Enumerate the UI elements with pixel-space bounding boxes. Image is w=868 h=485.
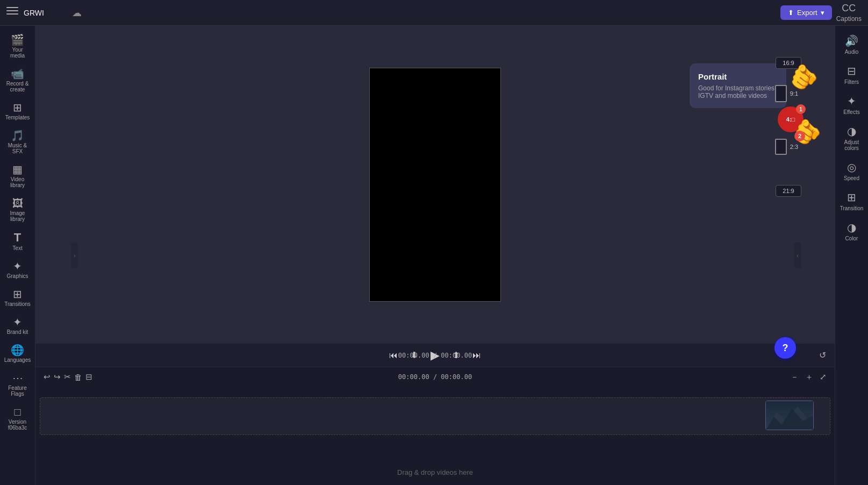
sidebar-item-feature-flags[interactable]: ⋯ Feature Flags [2,368,33,401]
separate-audio-button[interactable]: ⊟ [84,370,94,383]
sidebar-label-templates: Templates [5,115,30,120]
help-button[interactable]: ? [774,337,796,359]
audio-icon: 🔊 [845,34,858,47]
timeline-clip-thumbnail [766,401,813,430]
export-chevron-icon: ▾ [821,9,824,17]
timeline-clip[interactable] [765,401,814,430]
sidebar-label-graphics: Graphics [6,273,28,279]
topbar: ☁ ⬆ Export ▾ CC Captions [0,0,868,26]
sidebar-item-music-sfx[interactable]: 🎵 Music & SFX [2,126,33,159]
sidebar-item-record-create[interactable]: 📹 Record & create [2,64,33,97]
version-icon: □ [14,406,20,417]
sidebar-label-transitions: Transitions [4,301,31,307]
timeline-toolbar: ↩ ↪ ✂ 🗑 ⊟ 00:00.00 / 00:00.00 － ＋ ⤢ [35,367,835,387]
delete-button[interactable]: 🗑 [73,371,84,383]
aspect-ratio-21-9[interactable]: 21:9 [776,185,801,197]
right-sidebar-label-filters: Filters [844,79,859,85]
feature-flags-icon: ⋯ [12,373,23,383]
right-sidebar-effects[interactable]: ✦ Effects [837,90,867,119]
sidebar-item-version[interactable]: □ Version f06ba3c [2,402,33,435]
templates-icon: ⊞ [13,102,22,113]
sidebar-label-record-create: Record & create [4,81,31,92]
zoom-out-button[interactable]: － [789,370,800,384]
zoom-in-button[interactable]: ＋ [804,370,815,384]
sidebar-item-brand-kit[interactable]: ✦ Brand kit [2,312,33,339]
right-sidebar-label-speed: Speed [844,175,859,181]
right-sidebar-color[interactable]: ◑ Color [837,217,867,246]
portrait-tooltip-desc: Good for Instagram stories, IGTV and mob… [698,84,778,99]
sidebar-label-your-media: Your media [4,47,31,59]
timeline-track [40,397,830,435]
captions-button[interactable]: CC Captions [836,3,862,23]
right-sidebar-label-effects: Effects [843,109,859,115]
left-sidebar: 🎬 Your media 📹 Record & create ⊞ Templat… [0,26,35,485]
playback-bar: ⏮ ⬇ ▶ ⬆ ⏭ 00:00.00 / 00:00.00 ↺ [35,343,835,367]
right-sidebar-audio[interactable]: 🔊 Audio [837,30,867,59]
right-sidebar: 🔊 Audio ⊟ Filters ✦ Effects ◑ Adjust col… [835,26,868,485]
sidebar-item-templates[interactable]: ⊞ Templates [2,98,33,125]
export-icon: ⬆ [788,9,794,17]
sidebar-item-transitions[interactable]: ⊞ Transitions [2,284,33,311]
skip-to-end-button[interactable]: ⏭ [470,348,483,362]
sidebar-collapse-handle[interactable]: › [71,242,78,268]
right-sidebar-label-transition: Transition [840,205,864,211]
badge-2: 2 [794,131,805,141]
video-library-icon: ▦ [12,164,23,175]
transitions-icon: ⊞ [13,289,22,299]
center-area: › ‹ Portrait Good for Instagram stories,… [35,26,835,485]
color-icon: ◑ [847,221,856,234]
project-name-input[interactable] [24,9,67,17]
export-label: Export [797,9,817,17]
sidebar-item-image-library[interactable]: 🖼 Image library [2,194,33,226]
right-sidebar-filters[interactable]: ⊟ Filters [837,60,867,89]
export-button[interactable]: ⬆ Export ▾ [780,5,832,20]
sidebar-label-music-sfx: Music & SFX [4,142,31,154]
preview-canvas [369,68,501,302]
captions-label: Captions [836,15,862,23]
transition-icon: ⊞ [847,191,856,204]
adjust-colors-icon: ◑ [847,125,856,138]
filters-icon: ⊟ [847,65,856,77]
sidebar-item-text[interactable]: T Text [2,227,33,255]
sidebar-label-languages: Languages [4,357,31,363]
drag-drop-hint: Drag & drop videos here [397,468,473,476]
sidebar-item-graphics[interactable]: ✦ Graphics [2,256,33,283]
music-sfx-icon: 🎵 [11,130,24,141]
speed-icon: ◎ [847,161,856,174]
sidebar-label-text: Text [12,245,22,251]
timeline-timecode: 00:00.00 / 00:00.00 [398,373,472,381]
right-collapse-handle[interactable]: ‹ [794,242,801,268]
right-sidebar-speed[interactable]: ◎ Speed [837,156,867,186]
image-library-icon: 🖼 [12,198,23,209]
playback-time: 00:00.00 / 00:00.00 [398,352,472,359]
right-sidebar-label-color: Color [845,236,858,241]
sidebar-label-image-library: Image library [4,210,31,222]
sidebar-label-video-library: Video library [4,176,31,188]
topbar-right: ⬆ Export ▾ CC Captions [780,3,862,23]
main-layout: 🎬 Your media 📹 Record & create ⊞ Templat… [0,26,868,485]
fit-to-screen-button[interactable]: ⤢ [818,370,828,384]
cursor-hand-1: 🫵 [787,60,821,93]
record-create-icon: 📹 [11,68,24,79]
redo-button[interactable]: ↪ [52,370,62,383]
sidebar-item-video-library[interactable]: ▦ Video library [2,160,33,192]
sidebar-label-version: Version f06ba3c [4,419,31,431]
cut-button[interactable]: ✂ [62,370,73,383]
effects-icon: ✦ [847,95,856,108]
right-sidebar-label-audio: Audio [845,49,859,55]
timeline-content: Drag & drop videos here [35,387,835,485]
loop-button[interactable]: ↺ [819,350,826,360]
right-sidebar-transition[interactable]: ⊞ Transition [837,187,867,216]
captions-icon: CC [842,3,856,14]
sidebar-item-languages[interactable]: 🌐 Languages [2,340,33,367]
portrait-tooltip: Portrait Good for Instagram stories, IGT… [690,63,786,108]
sidebar-label-feature-flags: Feature Flags [4,385,31,397]
hamburger-menu[interactable] [6,7,18,19]
timeline-zoom-controls: － ＋ ⤢ [789,370,828,384]
right-sidebar-adjust-colors[interactable]: ◑ Adjust colors [837,120,867,155]
languages-icon: 🌐 [11,345,24,355]
timeline-area: ↩ ↪ ✂ 🗑 ⊟ 00:00.00 / 00:00.00 － ＋ ⤢ [35,367,835,485]
undo-button[interactable]: ↩ [42,370,52,383]
sidebar-item-your-media[interactable]: 🎬 Your media [2,30,33,63]
graphics-icon: ✦ [13,261,22,272]
